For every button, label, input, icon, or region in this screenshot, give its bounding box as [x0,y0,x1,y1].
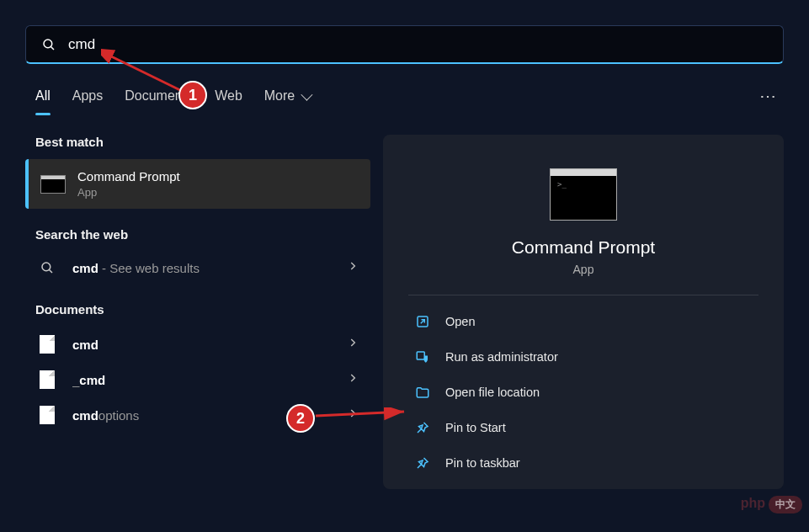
search-icon [41,37,56,52]
section-best-match-label: Best match [35,135,370,149]
cmd-app-icon [40,175,66,194]
action-pin-taskbar[interactable]: Pin to taskbar [408,445,758,481]
search-icon [37,260,57,275]
filter-tabs: All Apps Documents Web More ⋯ [25,82,784,109]
best-match-subtitle: App [77,186,180,199]
divider [408,295,758,295]
action-run-as-admin[interactable]: Run as administrator [408,339,758,375]
admin-shield-icon [413,348,432,366]
document-name: _cmd [72,373,347,387]
file-icon [37,335,57,354]
action-label: Pin to Start [445,421,506,434]
overflow-button[interactable]: ⋯ [753,82,784,109]
svg-point-2 [42,263,51,271]
tab-all[interactable]: All [35,83,51,109]
chevron-right-icon [347,407,359,423]
document-item[interactable]: _cmd [25,362,370,397]
cmd-app-large-icon [550,168,617,221]
tab-apps[interactable]: Apps [72,83,103,109]
tab-more-label: More [264,88,295,104]
action-open-file-location[interactable]: Open file location [408,375,758,410]
action-label: Open [445,315,475,328]
action-open[interactable]: Open [408,304,758,339]
file-icon [37,406,57,424]
search-input[interactable] [68,36,768,53]
results-area: Best match Command Prompt App Search the… [25,135,784,489]
action-label: Open file location [445,386,540,399]
action-label: Pin to taskbar [445,456,520,470]
section-web-label: Search the web [35,227,370,242]
document-item[interactable]: cmdoptions [25,397,370,433]
web-result-text: cmd - See web results [72,261,347,275]
detail-panel: Command Prompt App Open Run as administr… [383,135,784,489]
open-icon [413,312,432,331]
annotation-badge-1: 1 [178,81,207,109]
results-list: Best match Command Prompt App Search the… [25,135,370,489]
file-icon [37,370,57,389]
best-match-title: Command Prompt [77,169,180,184]
search-bar[interactable] [25,25,784,64]
detail-panel-wrap: Command Prompt App Open Run as administr… [383,135,784,489]
chevron-right-icon [347,372,359,387]
chevron-right-icon [347,337,359,352]
svg-line-3 [49,269,52,273]
svg-rect-5 [417,352,424,359]
action-label: Run as administrator [445,350,558,364]
detail-title: Command Prompt [512,237,655,258]
chevron-right-icon [347,260,359,275]
section-documents-label: Documents [35,302,370,317]
pin-icon [413,454,432,472]
tab-more[interactable]: More [264,83,310,109]
svg-point-0 [44,40,52,48]
chevron-down-icon [301,89,313,101]
annotation-badge-2: 2 [286,404,315,433]
svg-line-1 [51,46,54,50]
pin-icon [413,418,432,437]
detail-subtitle: App [573,263,594,276]
folder-icon [413,383,432,402]
start-menu-search: All Apps Documents Web More ⋯ Best match… [0,0,809,532]
document-name: cmd [72,338,347,352]
action-pin-start[interactable]: Pin to Start [408,410,758,445]
best-match-item[interactable]: Command Prompt App [25,159,370,209]
web-result-item[interactable]: cmd - See web results [25,252,370,284]
tab-web[interactable]: Web [215,83,242,109]
document-item[interactable]: cmd [25,327,370,362]
